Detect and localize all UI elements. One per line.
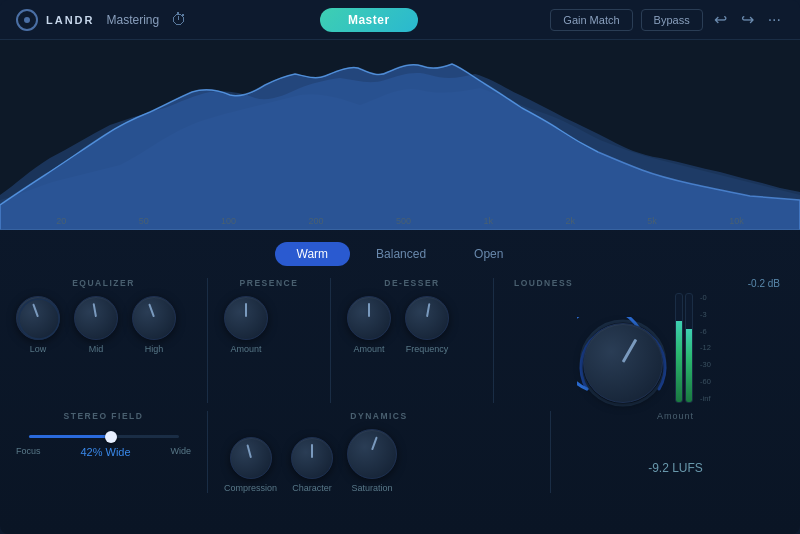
meter-tick-60: -60: [700, 377, 711, 386]
stereo-labels: Focus 42% Wide Wide: [16, 442, 191, 462]
freq-5k: 5k: [647, 216, 657, 226]
eq-mid-knob[interactable]: [74, 296, 118, 340]
timer-icon: ⏱: [171, 11, 187, 29]
bypass-button[interactable]: Bypass: [641, 9, 703, 31]
style-open-button[interactable]: Open: [452, 242, 525, 266]
meter-tick-3: -3: [700, 310, 711, 319]
dynamics-loudness-divider: [550, 411, 551, 493]
equalizer-section: EQUALIZER Low Mid: [16, 278, 191, 354]
dynamics-knobs: Compression Character Saturation: [224, 429, 534, 493]
dynamics-section: DYNAMICS Compression Character: [224, 411, 534, 493]
meter-tick-30: -30: [700, 360, 711, 369]
loudness-knob-wrap: [583, 323, 663, 403]
character-label: Character: [292, 483, 332, 493]
header: LANDR Mastering ⏱ Master Gain Match Bypa…: [0, 0, 800, 40]
stereo-wide-label: Wide: [170, 446, 191, 458]
freq-50: 50: [139, 216, 149, 226]
freq-labels: 20 50 100 200 500 1k 2k 5k 10k: [0, 216, 800, 226]
header-right: Gain Match Bypass ↩ ↪ ···: [550, 6, 784, 33]
equalizer-knobs: Low Mid High: [16, 296, 191, 354]
deesser-amount-wrap: Amount: [347, 296, 391, 354]
saturation-knob[interactable]: [347, 429, 397, 479]
deesser-freq-wrap: Frequency: [405, 296, 449, 354]
logo-text: LANDR: [46, 14, 95, 26]
header-center: Master: [187, 8, 550, 32]
freq-20: 20: [56, 216, 66, 226]
deesser-loudness-divider: [493, 278, 494, 403]
stereo-focus-label: Focus: [16, 446, 41, 458]
stereo-field-section: STEREO FIELD Focus 42% Wide Wide: [16, 411, 191, 462]
svg-point-2: [19, 299, 59, 339]
saturation-wrap: Saturation: [347, 429, 397, 493]
presence-label: PRESENCE: [224, 278, 314, 288]
stereo-value: 42% Wide: [80, 446, 130, 458]
eq-mid-label: Mid: [89, 344, 104, 354]
deesser-label: DE-ESSER: [347, 278, 477, 288]
deesser-amount-knob[interactable]: [347, 296, 391, 340]
style-balanced-button[interactable]: Balanced: [354, 242, 448, 266]
logo-area: LANDR Mastering: [16, 9, 159, 31]
freq-100: 100: [221, 216, 236, 226]
logo-icon: [16, 9, 38, 31]
character-wrap: Character: [291, 437, 333, 493]
loudness-bottom-section: Amount -9.2 LUFS: [567, 411, 784, 475]
freq-200: 200: [309, 216, 324, 226]
eq-high-wrap: High: [132, 296, 176, 354]
presence-amount-knob[interactable]: [224, 296, 268, 340]
freq-10k: 10k: [729, 216, 744, 226]
loudness-amount-label: Amount: [657, 411, 694, 421]
dynamics-label: DYNAMICS: [224, 411, 534, 421]
stereo-slider-thumb[interactable]: [105, 431, 117, 443]
eq-low-label: Low: [30, 344, 47, 354]
eq-low-wrap: Low: [16, 296, 60, 354]
meter-scale: -0 -3 -6 -12 -30 -60 -inf: [696, 293, 711, 403]
loudness-db: -0.2 dB: [748, 278, 780, 289]
deesser-freq-knob[interactable]: [405, 296, 449, 340]
meter-tick-inf: -inf: [700, 394, 711, 403]
loudness-main-knob[interactable]: [583, 323, 663, 403]
stereo-field-label: STEREO FIELD: [16, 411, 191, 421]
presence-knobs: Amount: [224, 296, 314, 354]
presence-section: PRESENCE Amount: [224, 278, 314, 354]
compression-wrap: Compression: [224, 437, 277, 493]
loudness-label: LOUDNESS: [514, 278, 573, 288]
loudness-meter: -0 -3 -6 -12 -30 -60 -inf: [675, 293, 711, 403]
eq-presence-divider: [207, 278, 208, 403]
master-button[interactable]: Master: [320, 8, 418, 32]
eq-high-label: High: [145, 344, 164, 354]
meter-bar-right: [685, 293, 693, 403]
redo-button[interactable]: ↪: [738, 6, 757, 33]
gain-match-button[interactable]: Gain Match: [550, 9, 632, 31]
style-warm-button[interactable]: Warm: [275, 242, 351, 266]
eq-low-knob[interactable]: [16, 296, 60, 340]
meter-tick-12: -12: [700, 343, 711, 352]
deesser-freq-label: Frequency: [406, 344, 449, 354]
stereo-slider-fill: [29, 435, 112, 438]
app-container: LANDR Mastering ⏱ Master Gain Match Bypa…: [0, 0, 800, 534]
deesser-amount-label: Amount: [353, 344, 384, 354]
compression-knob[interactable]: [230, 437, 272, 479]
freq-1k: 1k: [483, 216, 493, 226]
spectrum-visualizer: 20 50 100 200 500 1k 2k 5k 10k: [0, 40, 800, 230]
more-button[interactable]: ···: [765, 7, 784, 33]
stereo-dynamics-divider: [207, 411, 208, 493]
meter-bar-left: [675, 293, 683, 403]
freq-2k: 2k: [565, 216, 575, 226]
presence-amount-label: Amount: [230, 344, 261, 354]
compression-label: Compression: [224, 483, 277, 493]
saturation-label: Saturation: [352, 483, 393, 493]
freq-500: 500: [396, 216, 411, 226]
deesser-knobs: Amount Frequency: [347, 296, 477, 354]
meter-tick-6: -6: [700, 327, 711, 336]
equalizer-label: EQUALIZER: [16, 278, 191, 288]
stereo-slider-track[interactable]: [29, 435, 179, 438]
eq-high-knob[interactable]: [132, 296, 176, 340]
undo-button[interactable]: ↩: [711, 6, 730, 33]
character-knob[interactable]: [291, 437, 333, 479]
meter-tick-0: -0: [700, 293, 711, 302]
app-name: Mastering: [107, 13, 160, 27]
presence-amount-wrap: Amount: [224, 296, 268, 354]
style-selector: Warm Balanced Open: [0, 230, 800, 274]
eq-mid-wrap: Mid: [74, 296, 118, 354]
loudness-lufs: -9.2 LUFS: [648, 461, 703, 475]
